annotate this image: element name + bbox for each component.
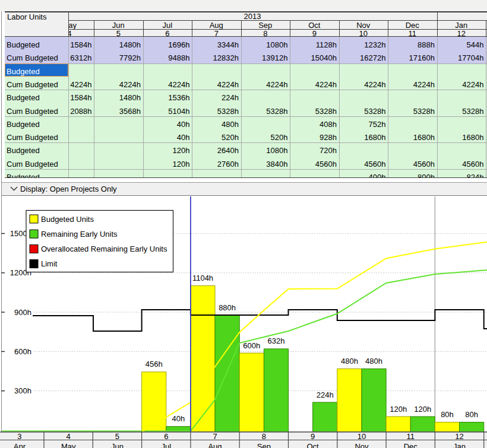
- svg-text:8: 8: [262, 432, 266, 441]
- svg-text:6: 6: [164, 432, 168, 441]
- svg-text:Aug: Aug: [208, 442, 222, 448]
- svg-text:Dec: Dec: [404, 442, 418, 448]
- svg-text:10: 10: [358, 432, 366, 441]
- svg-text:80h: 80h: [441, 410, 454, 419]
- svg-text:May: May: [61, 442, 76, 448]
- svg-text:120h: 120h: [414, 405, 431, 414]
- svg-text:Jul: Jul: [161, 442, 171, 448]
- svg-text:480h: 480h: [365, 357, 382, 366]
- svg-text:600h: 600h: [14, 347, 31, 356]
- svg-text:11: 11: [406, 432, 415, 441]
- svg-text:Limit: Limit: [41, 259, 58, 268]
- svg-text:1104h: 1104h: [192, 274, 213, 282]
- svg-text:Sep: Sep: [257, 442, 271, 448]
- svg-text:Nov: Nov: [355, 442, 369, 448]
- svg-text:4: 4: [67, 432, 71, 441]
- svg-text:480h: 480h: [341, 357, 358, 366]
- svg-text:12: 12: [455, 432, 463, 441]
- svg-text:40h: 40h: [172, 414, 185, 423]
- svg-text:900h: 900h: [14, 308, 31, 317]
- svg-text:80h: 80h: [465, 410, 478, 419]
- svg-text:300h: 300h: [14, 386, 31, 395]
- svg-text:632h: 632h: [267, 336, 284, 345]
- svg-text:Overallocated Remaining Early: Overallocated Remaining Early Units: [41, 244, 167, 253]
- svg-text:Budgeted Units: Budgeted Units: [41, 215, 94, 224]
- svg-text:456h: 456h: [146, 360, 163, 368]
- svg-text:Jun: Jun: [111, 442, 124, 448]
- svg-text:Remaining Early Units: Remaining Early Units: [41, 230, 118, 239]
- svg-text:Oct: Oct: [306, 442, 319, 448]
- svg-text:7: 7: [213, 432, 217, 441]
- svg-text:120h: 120h: [390, 405, 407, 414]
- svg-text:Jan: Jan: [453, 442, 466, 448]
- svg-text:3: 3: [17, 432, 21, 441]
- svg-text:880h: 880h: [219, 303, 236, 312]
- svg-text:9: 9: [311, 432, 315, 441]
- svg-text:600h: 600h: [243, 341, 260, 350]
- svg-text:Apr: Apr: [14, 442, 26, 448]
- svg-text:5: 5: [115, 432, 119, 441]
- svg-text:224h: 224h: [317, 390, 334, 399]
